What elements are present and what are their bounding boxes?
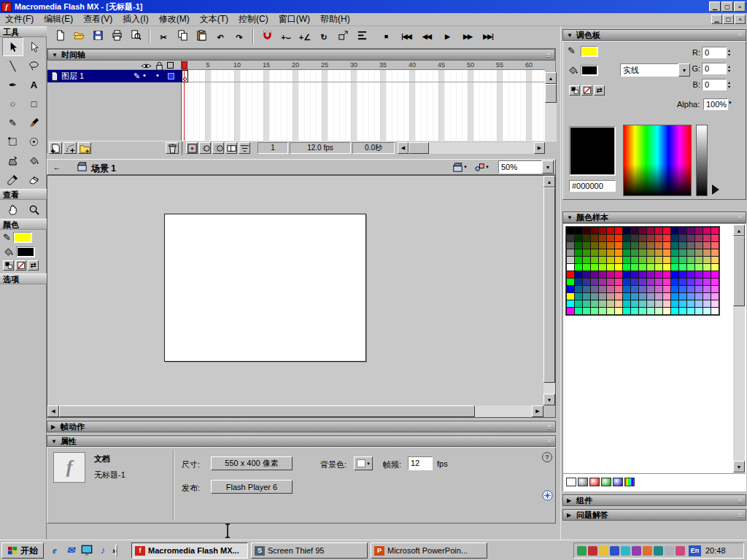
color-swatch[interactable] — [663, 257, 670, 263]
color-swatch[interactable] — [599, 264, 606, 271]
markers-button[interactable] — [239, 142, 250, 154]
color-swatch[interactable] — [607, 264, 614, 271]
fill-transform-tool[interactable] — [23, 132, 44, 151]
folder-button[interactable] — [78, 142, 91, 154]
color-swatch[interactable] — [647, 242, 654, 249]
color-swatch[interactable] — [591, 242, 598, 249]
show-desktop-icon[interactable] — [80, 544, 93, 557]
hand-tool[interactable] — [2, 200, 23, 219]
color-swatch[interactable] — [663, 300, 670, 307]
expand-properties-icon[interactable] — [542, 490, 553, 501]
color-swatch[interactable] — [607, 279, 614, 285]
color-swatch[interactable] — [687, 300, 694, 307]
color-swatch[interactable] — [671, 228, 678, 234]
taskbar-grip[interactable] — [115, 545, 117, 556]
panel-menu-icon[interactable]: ≡ — [738, 497, 742, 505]
color-swatch[interactable] — [663, 271, 670, 278]
subselection-tool[interactable] — [23, 37, 44, 56]
color-swatch[interactable] — [679, 242, 686, 249]
color-swatch[interactable] — [671, 257, 678, 263]
scroll-thumb[interactable] — [733, 236, 745, 306]
color-swatch[interactable] — [623, 264, 630, 271]
color-swatch[interactable] — [695, 286, 703, 292]
color-swatch[interactable] — [631, 300, 638, 307]
color-swatch[interactable] — [591, 300, 598, 307]
color-swatch[interactable] — [711, 228, 719, 234]
eraser-tool[interactable] — [23, 170, 44, 189]
stop-button[interactable]: ■ — [376, 28, 395, 44]
dropdown-arrow-icon[interactable]: ▼ — [678, 63, 690, 77]
color-swatch[interactable] — [607, 257, 614, 263]
go-to-end-button[interactable]: ▶▶| — [479, 28, 498, 44]
color-swatch[interactable] — [679, 308, 686, 314]
color-swatch[interactable] — [695, 257, 703, 263]
menu-item[interactable]: 查看(V) — [78, 13, 117, 26]
color-swatch[interactable] — [703, 228, 711, 234]
hex-color-input[interactable]: #000000 — [569, 180, 616, 192]
gradient-swatch[interactable] — [624, 478, 635, 486]
document-close-button[interactable]: × — [735, 15, 746, 24]
swatches-scrollbar[interactable]: ▲ ▼ — [733, 225, 745, 472]
color-swatch[interactable] — [679, 235, 686, 241]
gradient-swatch[interactable] — [566, 478, 576, 486]
tray-icon[interactable] — [654, 546, 663, 556]
color-swatch[interactable] — [623, 242, 630, 249]
new-document-button[interactable] — [51, 28, 69, 44]
scroll-right-button[interactable]: ▶ — [534, 142, 545, 154]
size-button[interactable]: 550 x 400 像素 — [211, 456, 293, 470]
color-swatch[interactable] — [591, 286, 598, 292]
layer-visible-dot[interactable]: • — [143, 71, 146, 79]
color-swatch[interactable] — [647, 228, 654, 234]
color-swatch[interactable] — [575, 271, 582, 278]
color-swatch[interactable] — [687, 271, 694, 278]
color-swatch[interactable] — [623, 228, 630, 234]
color-swatch[interactable] — [583, 242, 590, 249]
color-swatch[interactable] — [631, 308, 638, 314]
zoom-input[interactable]: 50% — [498, 160, 542, 174]
color-swatch[interactable] — [575, 279, 582, 285]
menu-item[interactable]: 文件(F) — [0, 13, 39, 26]
stroke-style-select[interactable]: 实线 ▼ — [620, 63, 690, 77]
cut-button[interactable]: ✂ — [155, 28, 172, 44]
color-swatch[interactable] — [663, 264, 670, 271]
color-swatch[interactable] — [575, 264, 582, 271]
color-swatch[interactable] — [655, 257, 662, 263]
properties-header[interactable]: ▼ 属性 ≡ — [47, 435, 556, 447]
color-swatch[interactable] — [671, 242, 678, 249]
channel-spinner[interactable]: ▴▾ — [728, 47, 736, 58]
color-swatch[interactable] — [687, 228, 694, 234]
pencil-tool[interactable]: ✎ — [2, 113, 23, 132]
playhead[interactable] — [182, 61, 187, 69]
tray-icon[interactable] — [676, 546, 685, 556]
color-swatch[interactable] — [615, 300, 622, 307]
menu-item[interactable]: 窗口(W) — [274, 13, 315, 26]
color-swatch[interactable] — [623, 300, 630, 307]
color-swatch[interactable] — [567, 242, 574, 249]
color-swatch[interactable] — [631, 264, 638, 271]
color-swatch[interactable] — [631, 257, 638, 263]
color-swatch[interactable] — [679, 279, 686, 285]
color-swatch[interactable] — [575, 286, 582, 292]
color-swatch[interactable] — [703, 242, 711, 249]
print-button[interactable] — [108, 28, 125, 44]
oval-tool[interactable]: ○ — [2, 94, 23, 113]
color-swatch[interactable] — [607, 293, 614, 300]
scroll-up-button[interactable]: ▲ — [543, 176, 555, 187]
straighten-button[interactable]: +∠ — [296, 28, 314, 44]
color-swatch[interactable] — [615, 257, 622, 263]
color-swatch[interactable] — [639, 286, 646, 292]
color-swatch[interactable] — [567, 249, 574, 256]
color-swatch[interactable] — [663, 293, 670, 300]
color-swatch[interactable] — [583, 257, 590, 263]
document-restore-button[interactable]: ▢ — [723, 15, 734, 24]
eyedropper-tool[interactable] — [2, 170, 23, 189]
edit-symbol-button[interactable]: ▾ — [472, 160, 491, 174]
alpha-input[interactable]: 100% — [703, 98, 728, 110]
minimize-button[interactable]: ▁ — [709, 1, 721, 12]
color-swatch[interactable] — [567, 308, 574, 314]
color-swatch[interactable] — [599, 286, 606, 292]
color-swatch[interactable] — [631, 279, 638, 285]
color-swatch[interactable] — [607, 300, 614, 307]
color-swatch[interactable] — [695, 279, 703, 285]
color-spectrum[interactable] — [623, 125, 692, 196]
